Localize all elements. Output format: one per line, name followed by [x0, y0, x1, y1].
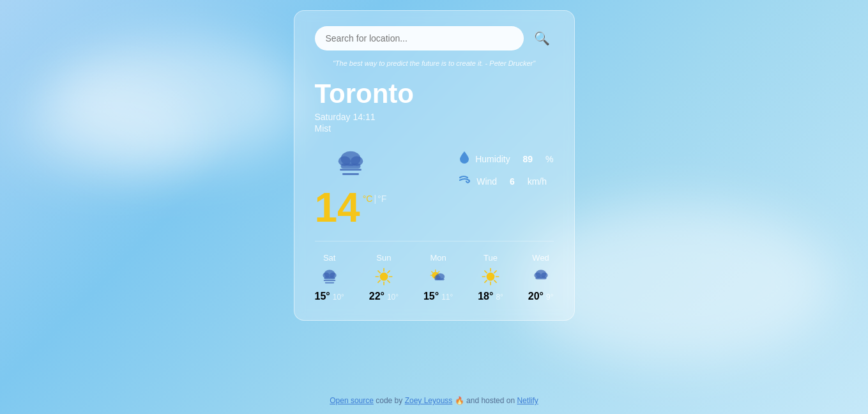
- footer-host-link[interactable]: Netlify: [517, 396, 538, 405]
- wind-row: Wind 6 km/h: [459, 174, 553, 188]
- search-button[interactable]: 🔍: [530, 28, 554, 49]
- wind-label: Wind: [476, 176, 497, 187]
- search-icon: 🔍: [534, 31, 550, 45]
- svg-line-19: [388, 271, 390, 273]
- footer-opensource-link[interactable]: Open source: [330, 396, 374, 405]
- humidity-icon: [459, 150, 470, 167]
- forecast-sun-high: 22°: [369, 291, 385, 302]
- forecast-row: Sat 15° 10° Sun: [315, 241, 554, 302]
- forecast-wed-label: Wed: [532, 253, 549, 263]
- forecast-day-sun: Sun 22° 10°: [369, 253, 399, 302]
- humidity-unit: %: [545, 154, 553, 164]
- forecast-sun-label: Sun: [376, 253, 391, 263]
- forecast-sat-temps: 15° 10°: [315, 291, 344, 302]
- unit-fahrenheit[interactable]: °F: [377, 194, 386, 204]
- forecast-sat-high: 15°: [315, 291, 330, 302]
- forecast-sun-icon: [374, 266, 394, 287]
- humidity-value: 89: [523, 154, 533, 164]
- footer-emoji: 🔥: [455, 396, 466, 405]
- forecast-day-mon: Mon 15° 11°: [423, 253, 453, 302]
- forecast-sat-label: Sat: [323, 253, 336, 263]
- search-row: 🔍: [315, 26, 554, 50]
- forecast-day-tue: Tue 18° 8°: [478, 253, 503, 302]
- footer: Open source code by Zoey Leyouss 🔥 and h…: [330, 396, 538, 405]
- svg-point-29: [487, 273, 495, 281]
- temperature-row: 14 °C|°F: [315, 187, 387, 228]
- forecast-sat-icon: [319, 266, 340, 287]
- forecast-tue-icon: [480, 266, 501, 287]
- forecast-sat-low: 10°: [333, 293, 344, 302]
- footer-text2: code by: [376, 396, 404, 405]
- current-weather-icon: [332, 145, 369, 182]
- svg-point-12: [380, 273, 388, 281]
- svg-line-37: [485, 280, 487, 282]
- svg-line-25: [438, 272, 439, 273]
- forecast-tue-low: 8°: [496, 293, 503, 302]
- forecast-sun-low: 10°: [387, 293, 399, 302]
- forecast-wed-icon: [531, 266, 551, 287]
- temperature-value: 14: [315, 187, 360, 228]
- city-name: Toronto: [315, 79, 554, 109]
- svg-line-17: [378, 271, 380, 273]
- current-icon-area: 14 °C|°F: [315, 145, 387, 228]
- forecast-wed-high: 20°: [528, 291, 544, 302]
- svg-rect-28: [435, 279, 445, 280]
- forecast-mon-low: 11°: [441, 293, 453, 302]
- svg-rect-41: [535, 277, 546, 279]
- unit-separator: |: [374, 194, 376, 204]
- forecast-wed-temps: 20° 9°: [528, 291, 554, 302]
- unit-celsius[interactable]: °C: [363, 194, 373, 204]
- forecast-mon-label: Mon: [430, 253, 446, 263]
- footer-text3: and hosted on: [466, 396, 517, 405]
- forecast-mon-icon: [428, 266, 448, 287]
- forecast-day-sat: Sat 15° 10°: [315, 253, 344, 302]
- wind-value: 6: [510, 176, 515, 187]
- svg-line-24: [432, 272, 433, 273]
- city-condition: Mist: [315, 123, 554, 134]
- svg-line-36: [494, 271, 496, 273]
- forecast-mon-high: 15°: [423, 291, 439, 302]
- weather-main-row: 14 °C|°F Humidity 89 %: [315, 145, 554, 228]
- svg-line-20: [378, 280, 380, 282]
- quote-text: "The best way to predict the future is t…: [315, 59, 554, 67]
- humidity-label: Humidity: [475, 154, 510, 164]
- weather-stats: Humidity 89 % Wind 6 km/h: [459, 150, 553, 188]
- svg-line-18: [388, 280, 390, 282]
- svg-rect-9: [324, 277, 335, 279]
- forecast-mon-temps: 15° 11°: [423, 291, 453, 302]
- search-input[interactable]: [315, 26, 524, 50]
- wind-icon: [459, 174, 471, 188]
- svg-rect-3: [340, 164, 360, 169]
- humidity-row: Humidity 89 %: [459, 150, 553, 167]
- weather-card: 🔍 "The best way to predict the future is…: [294, 10, 575, 321]
- forecast-tue-temps: 18° 8°: [478, 291, 503, 302]
- footer-author-link[interactable]: Zoey Leyouss: [405, 396, 453, 405]
- wind-unit: km/h: [528, 176, 547, 187]
- forecast-sun-temps: 22° 10°: [369, 291, 399, 302]
- forecast-tue-high: 18°: [478, 291, 493, 302]
- svg-line-34: [485, 271, 487, 273]
- city-datetime: Saturday 14:11: [315, 112, 554, 122]
- forecast-wed-low: 9°: [546, 293, 553, 302]
- forecast-tue-label: Tue: [483, 253, 498, 263]
- temperature-units: °C|°F: [363, 194, 387, 204]
- svg-line-35: [494, 280, 496, 282]
- forecast-day-wed: Wed 20° 9°: [528, 253, 554, 302]
